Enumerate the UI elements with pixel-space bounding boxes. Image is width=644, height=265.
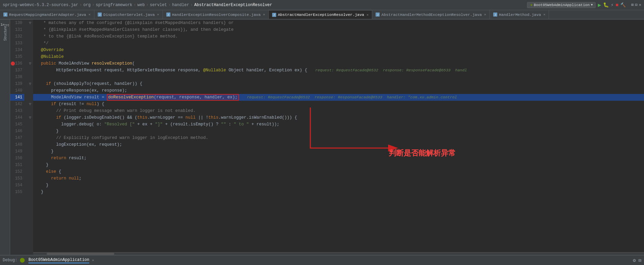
main-layout: 1Proj Structure 130 131 132 133 134 135 … <box>0 20 644 255</box>
code-editor[interactable]: * matches any of the configured {@linkpl… <box>33 20 644 255</box>
code-line-141: ModelAndView result = doResolveException… <box>33 94 644 101</box>
code-line-147: // Explicitly configured warn logger in … <box>33 135 644 141</box>
breadcrumb-org[interactable]: org <box>83 3 91 7</box>
close-icon[interactable]: ✕ <box>157 13 159 17</box>
close-debug-tab-icon[interactable]: ✕ <box>92 258 94 262</box>
breadcrumb-servlet[interactable]: servlet <box>150 3 167 7</box>
line-num-137: 137 <box>10 67 24 74</box>
code-line-152: else { <box>33 168 644 175</box>
code-line-146: } <box>33 128 644 135</box>
tab-dispatcherservlet[interactable]: J DispatcherServlet.java ✕ <box>94 10 163 19</box>
code-line-143: // Print debug message when warn logger … <box>33 107 644 114</box>
line-num-146: 146 <box>10 128 24 135</box>
code-line-131: * {@linkplain #setMappedHandlerClasses h… <box>33 26 644 33</box>
tab-handlermethod[interactable]: J HandlerMethod.java ✕ <box>490 10 549 19</box>
debug-button[interactable]: 🐛 <box>603 2 609 8</box>
code-line-149: } <box>33 148 644 155</box>
close-icon[interactable]: ✕ <box>366 13 368 17</box>
run-button[interactable]: ▶ <box>598 2 601 8</box>
line-num-143: 143 <box>10 107 24 114</box>
java-file-icon: J <box>272 13 276 17</box>
code-line-134: @Override <box>33 47 644 53</box>
line-num-135: 135 <box>10 53 24 60</box>
line-num-130: 130 <box>10 20 24 26</box>
line-num-151: 151 <box>10 162 24 168</box>
debug-label: Debug: <box>3 258 17 263</box>
breadcrumb-jar[interactable]: spring-webmvc-5.3.2-sources.jar <box>3 3 78 7</box>
line-num-136: 136 <box>10 60 24 67</box>
debug-app-name[interactable]: Boot05WebAdminApplication <box>28 258 89 263</box>
line-num-154: 154 <box>10 182 24 189</box>
code-line-151: } <box>33 162 644 168</box>
code-line-144: if (logger.isDebugEnabled() && (this.war… <box>33 114 644 121</box>
code-gutter: ▽ ▽ ▽ ▽ ▽ <box>27 20 33 255</box>
settings-icon[interactable]: ⚙ <box>633 258 636 263</box>
line-num-140: 140 <box>10 87 24 94</box>
debug-hint-137: request: RequestFacade@6532 response: Re… <box>311 67 467 74</box>
close-icon[interactable]: ✕ <box>543 13 545 17</box>
tab-handlerexceptionresolvercomposite[interactable]: J HandlerExceptionResolverComposite.java… <box>163 10 269 19</box>
line-num-149: 149 <box>10 148 24 155</box>
code-line-139: if (shouldApplyTo(request, handler)) { <box>33 80 644 87</box>
horizontal-scrollbar[interactable] <box>33 252 644 255</box>
close-icon[interactable]: ✕ <box>484 13 486 17</box>
line-num-142: 142 <box>10 101 24 107</box>
layout-icon[interactable]: ⊟ <box>639 258 641 263</box>
toolbar-right: ● Boot05WebAdminApplication ▼ ▶ 🐛 ⚡ ■ 🔨 … <box>527 2 641 8</box>
breadcrumb-web[interactable]: web <box>138 3 145 7</box>
line-num-131: 131 <box>10 26 24 33</box>
close-icon[interactable]: ✕ <box>89 13 91 17</box>
line-num-150: 150 <box>10 155 24 162</box>
code-line-148: logException(ex, request); <box>33 141 644 148</box>
window-controls: ⊞ ⊟ ✕ <box>631 2 641 7</box>
tab-requestmapping[interactable]: J RequestMappingHandlerAdapter.java ✕ <box>0 10 94 19</box>
line-num-153: 153 <box>10 175 24 182</box>
java-file-icon: J <box>3 13 7 17</box>
tab-bar: J RequestMappingHandlerAdapter.java ✕ J … <box>0 10 644 20</box>
top-bar: spring-webmvc-5.3.2-sources.jar › org › … <box>0 0 644 10</box>
code-line-150: return result; <box>33 155 644 162</box>
java-file-icon: J <box>376 13 380 17</box>
debug-app-icon <box>20 258 25 263</box>
build-button[interactable]: 🔨 <box>620 2 626 8</box>
debug-right-icons: ⚙ ⊟ <box>633 258 641 263</box>
code-line-154: } <box>33 182 644 189</box>
scrollbar-thumb[interactable] <box>47 253 114 255</box>
line-num-147: 147 <box>10 135 24 141</box>
java-file-icon: J <box>493 13 497 17</box>
highlight-box: doResolveException(request, response, ha… <box>107 94 239 101</box>
line-num-141: 141 <box>10 94 24 101</box>
tab-abstracthandlerexceptionresolver[interactable]: J AbstractHandlerExceptionResolver.java … <box>269 10 372 19</box>
line-num-145: 145 <box>10 121 24 128</box>
line-num-134: 134 <box>10 47 24 53</box>
close-icon[interactable]: ✕ <box>263 13 265 17</box>
line-num-155: 155 <box>10 189 24 195</box>
debug-hint-141: request: RequestFacade@6532 response: Re… <box>242 94 457 101</box>
breadcrumb-handler[interactable]: handler <box>172 3 189 7</box>
code-line-155: } <box>33 189 644 195</box>
code-line-136: public ModelAndView resolveException( <box>33 60 644 67</box>
code-line-138 <box>33 74 644 80</box>
code-line-130: * matches any of the configured {@linkpl… <box>33 20 644 26</box>
code-line-135: @Nullable <box>33 53 644 60</box>
java-file-icon: J <box>166 13 170 17</box>
breadcrumb-class: AbstractHandlerExceptionResolver <box>194 3 272 7</box>
tab-abstracthandlermethodexceptionresolver[interactable]: J AbstractHandlerMethodExceptionResolver… <box>372 10 490 19</box>
left-sidebar: 1Proj Structure <box>0 20 10 255</box>
line-numbers: 130 131 132 133 134 135 136 137 138 139 … <box>10 20 27 255</box>
run-coverage-button[interactable]: ⚡ <box>611 2 614 8</box>
breadcrumb-springframework[interactable]: springframework <box>96 3 132 7</box>
line-num-152: 152 <box>10 168 24 175</box>
line-num-138: 138 <box>10 74 24 80</box>
stop-button[interactable]: ■ <box>616 2 618 8</box>
line-num-144: 144 <box>10 114 24 121</box>
structure-icon[interactable]: Structure <box>1 30 9 37</box>
breadcrumb: spring-webmvc-5.3.2-sources.jar › org › … <box>3 3 527 7</box>
code-line-137: HttpServletRequest request, HttpServletR… <box>33 67 644 74</box>
line-num-148: 148 <box>10 141 24 148</box>
debug-bar: Debug: Boot05WebAdminApplication ✕ ⚙ ⊟ <box>0 255 644 265</box>
code-line-142: if (result != null) { <box>33 101 644 107</box>
run-config-selector[interactable]: ● Boot05WebAdminApplication ▼ <box>527 2 596 8</box>
line-num-132: 132 <box>10 33 24 40</box>
java-file-icon: J <box>98 13 102 17</box>
